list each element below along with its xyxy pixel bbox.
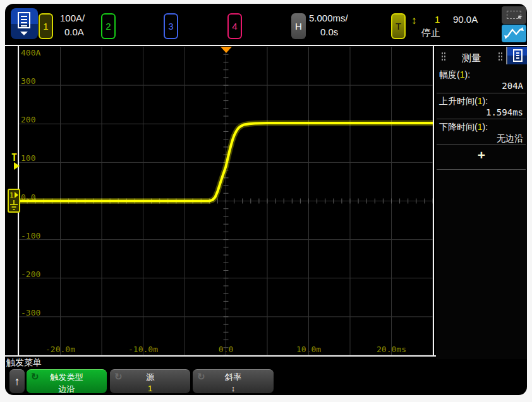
waveform-drag-button[interactable] <box>502 25 526 42</box>
channel-1-button[interactable]: 1 <box>39 13 53 39</box>
main-menu-button[interactable] <box>11 8 38 39</box>
measurement-2-label[interactable]: 上升时间(1): <box>439 96 488 107</box>
timebase-scale: 5.000ms/ <box>309 13 348 23</box>
channel-3-button[interactable]: 3 <box>164 13 178 39</box>
horizontal-button[interactable]: H <box>291 13 306 39</box>
measurement-2-value: 1.594ms <box>486 107 523 117</box>
softkey-trigger-slope[interactable]: ↻ 斜率 ↕ <box>193 369 274 393</box>
measurement-1-value: 204A <box>502 81 523 91</box>
softkey-value: 1 <box>110 384 190 393</box>
trigger-level-value: 90.0A <box>453 14 478 25</box>
panel-drag-handle-right[interactable] <box>498 52 502 61</box>
svg-text:1: 1 <box>9 191 14 199</box>
oscilloscope-screen: 1 100A/ 0.0A 2 3 4 H 5.000ms/ 0.0s T ↕ 1… <box>5 4 527 395</box>
softkey-trigger-source[interactable]: ↻ 源 1 <box>110 369 190 393</box>
plot-panel-divider-line <box>433 46 434 356</box>
softkey-value: 边沿 <box>27 384 107 395</box>
top-border-line <box>5 45 527 46</box>
menu-icon <box>18 12 30 28</box>
channel-ground-icon: 1 <box>9 190 19 211</box>
rotate-knob-icon: ↻ <box>31 371 39 382</box>
panel-menu-icon <box>513 49 523 62</box>
measurement-1-label[interactable]: 幅度(1): <box>439 69 470 81</box>
softkey-value: ↕ <box>193 384 274 393</box>
timebase-delay: 0.0s <box>320 27 338 37</box>
add-measurement-button[interactable]: + <box>436 148 527 163</box>
divider <box>437 144 526 145</box>
channel-4-button[interactable]: 4 <box>227 13 242 39</box>
channel-1-offset: 0.0A <box>64 27 84 37</box>
softkey-trigger-type[interactable]: ↻ 触发类型 边沿 <box>27 369 107 393</box>
channel-2-button[interactable]: 2 <box>101 13 116 39</box>
panel-menu-button[interactable] <box>506 47 527 64</box>
divider <box>437 169 526 170</box>
trigger-level-marker-icon[interactable] <box>14 162 20 170</box>
channel-1-scale: 100A/ <box>60 13 85 23</box>
measurement-panel: 测量 幅度(1): 204A 上升时间(1): 1.594ms 下降时间(1):… <box>436 47 527 359</box>
divider <box>437 119 526 119</box>
waveform-arrows-icon <box>502 25 526 42</box>
zoom-select-button[interactable] <box>502 6 526 24</box>
measurement-3-value: 无边沿 <box>497 133 523 145</box>
trigger-source: 1 <box>435 14 440 25</box>
trigger-button[interactable]: T <box>391 13 406 39</box>
run-state: 停止 <box>421 27 440 39</box>
channel-1-ground-marker[interactable]: 1 <box>8 189 20 213</box>
measurement-3-label[interactable]: 下降时间(1): <box>439 122 488 133</box>
rotate-knob-icon: ↻ <box>114 371 123 382</box>
waveform-plot <box>19 47 433 355</box>
trigger-time-marker-icon[interactable] <box>221 47 232 53</box>
rotate-knob-icon: ↻ <box>197 371 205 382</box>
panel-title: 测量 <box>436 52 507 64</box>
softkey-menu-title: 触发菜单 <box>6 357 42 369</box>
back-up-button[interactable]: ↑ <box>9 369 25 393</box>
divider <box>437 93 526 93</box>
trigger-slope-icon: ↕ <box>411 15 417 27</box>
chevron-down-icon <box>20 32 28 35</box>
